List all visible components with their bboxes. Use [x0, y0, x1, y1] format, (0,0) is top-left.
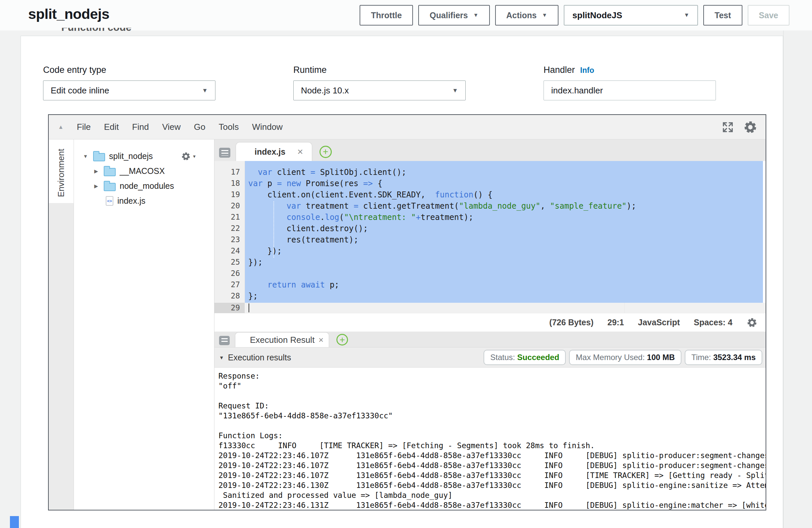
- text-cursor: [249, 304, 249, 312]
- tab-index-js[interactable]: index.js ×: [236, 142, 312, 161]
- collapse-results-icon[interactable]: ▼: [219, 355, 224, 361]
- token-kw: =: [310, 167, 315, 177]
- menu-go[interactable]: Go: [194, 122, 205, 132]
- code-line-28: };: [245, 292, 766, 303]
- token-str: "sample_feature": [550, 201, 626, 211]
- save-button[interactable]: Save: [748, 5, 789, 26]
- execution-results-header: ▼ Execution results Status: SucceededMax…: [215, 347, 766, 368]
- collapse-menu-icon[interactable]: ▲: [58, 124, 64, 131]
- menubar-right: [722, 120, 766, 134]
- menu-file[interactable]: File: [77, 122, 91, 132]
- chevron-expanded-icon[interactable]: ▼: [82, 153, 89, 159]
- code-entry-type-label: Code entry type: [43, 65, 106, 75]
- token-plain: client.destroy();: [248, 224, 368, 233]
- editor-settings-gear-icon[interactable]: [743, 120, 758, 134]
- tree-item-label: node_modules: [120, 181, 174, 191]
- new-tab-button[interactable]: +: [319, 146, 332, 158]
- log-line: 2019-10-24T22:23:46.130Z 131e865f-6eb4-4…: [218, 480, 766, 490]
- token-kw: function: [435, 190, 474, 200]
- code-lines: var client = SplitObj.client();var p = n…: [245, 167, 766, 313]
- code-line-20: var treatment = client.getTreatment("lam…: [245, 201, 766, 212]
- token-plain: client.on(client.Event.SDK_READY,: [248, 190, 435, 200]
- tree-item-label: index.js: [117, 196, 145, 206]
- log-line: 2019-10-24T22:23:46.107Z 131e865f-6eb4-4…: [218, 460, 766, 470]
- tree-item-index-js[interactable]: <>index.js: [74, 193, 214, 208]
- token-kw: log: [325, 212, 339, 222]
- tree-item-label: split_nodejs: [109, 151, 153, 161]
- token-kw: var: [248, 179, 262, 188]
- menu-view[interactable]: View: [162, 122, 180, 132]
- chevron-down-icon: ▼: [473, 12, 479, 18]
- bottom-left-blue-artifact: [10, 516, 19, 528]
- chevron-down-icon: ▼: [452, 87, 458, 94]
- code-line-25: });: [245, 258, 766, 269]
- new-tab-button[interactable]: +: [336, 334, 348, 346]
- line-number: 19: [215, 190, 245, 201]
- line-number: 25: [215, 258, 245, 269]
- throttle-button[interactable]: Throttle: [360, 5, 413, 26]
- code-line-19: client.on(client.Event.SDK_READY, functi…: [245, 190, 766, 201]
- close-tab-icon[interactable]: ×: [297, 146, 303, 157]
- token-plain: p;: [325, 280, 339, 290]
- statusbar-gear-icon[interactable]: [746, 317, 758, 328]
- execution-tabbar: Execution Result × +: [215, 332, 766, 347]
- tab-execution-result[interactable]: Execution Result ×: [235, 332, 329, 347]
- tree-item--macosx[interactable]: ▶__MACOSX: [74, 164, 214, 178]
- badge-value: 100 MB: [647, 353, 675, 362]
- token-plain: res(treatment);: [248, 235, 358, 245]
- syntax-mode[interactable]: JavaScript: [638, 318, 680, 327]
- token-plain: Promise(res: [301, 179, 363, 188]
- tree-item-split-nodejs[interactable]: ▼split_nodejs▾: [74, 149, 214, 164]
- token-plain: client.getTreatment(: [358, 201, 459, 211]
- cursor-position[interactable]: 29:1: [608, 318, 624, 327]
- log-line: 2019-10-24T22:23:46.107Z 131e865f-6eb4-4…: [218, 470, 766, 480]
- token-kw: =>: [363, 179, 373, 188]
- line-number: 17: [215, 167, 245, 179]
- menu-tools[interactable]: Tools: [219, 122, 239, 132]
- token-kw: return: [267, 280, 296, 290]
- badge-time-: Time: 3523.34 ms: [685, 350, 762, 365]
- runtime-select[interactable]: Node.js 10.x ▼: [293, 80, 466, 100]
- menu-edit[interactable]: Edit: [104, 122, 119, 132]
- handler-info-link[interactable]: Info: [580, 66, 594, 75]
- code-line-18: var p = new Promise(res => {: [245, 179, 766, 190]
- line-number: 29: [215, 303, 245, 313]
- tab-list-icon[interactable]: [219, 336, 230, 345]
- menu-find[interactable]: Find: [132, 122, 149, 132]
- log-line: Sanitized and processed value => [lambda…: [218, 490, 766, 500]
- code-line-17: var client = SplitObj.client();: [245, 167, 766, 179]
- tree-item-node-modules[interactable]: ▶node_modules: [74, 178, 214, 193]
- editor-tabbar: index.js × +: [215, 140, 766, 161]
- token-kw: new: [287, 179, 301, 188]
- actions-button[interactable]: Actions ▼: [495, 5, 559, 26]
- execution-results-title: Execution results: [228, 353, 291, 362]
- code-editor-area[interactable]: 17181920212223242526272829 var client = …: [215, 161, 766, 313]
- cloud9-editor: ▲ FileEditFindViewGoToolsWindow Environm…: [48, 114, 766, 511]
- line-number: 27: [215, 280, 245, 292]
- close-tab-icon[interactable]: ×: [319, 335, 323, 345]
- execution-log-pane[interactable]: Response:"off" Request ID:"131e865f-6eb4…: [215, 368, 766, 510]
- token-plain: [282, 179, 286, 188]
- line-number: 22: [215, 224, 245, 235]
- log-line: Function Logs:: [218, 430, 766, 441]
- menu-window[interactable]: Window: [252, 122, 282, 132]
- test-event-select[interactable]: splitNodeJS ▼: [564, 5, 698, 26]
- qualifiers-button[interactable]: Qualifiers ▼: [418, 5, 490, 26]
- code-entry-type-select[interactable]: Edit code inline ▼: [43, 80, 215, 100]
- page-right-gutter: [783, 30, 812, 528]
- handler-input[interactable]: [543, 80, 716, 100]
- token-plain: ,: [540, 201, 550, 211]
- chevron-collapsed-icon[interactable]: ▶: [92, 183, 100, 189]
- tab-list-icon[interactable]: [219, 148, 230, 158]
- fullscreen-icon[interactable]: [722, 121, 734, 133]
- line-number: 18: [215, 179, 245, 190]
- test-button[interactable]: Test: [703, 5, 742, 26]
- token-kw: =: [354, 201, 358, 211]
- badge-value: 3523.34 ms: [713, 353, 756, 362]
- line-number: 26: [215, 269, 245, 280]
- page-title: split_nodejs: [28, 6, 110, 22]
- tree-settings-gear-icon[interactable]: ▾: [181, 151, 195, 161]
- indentation-setting[interactable]: Spaces: 4: [694, 318, 733, 327]
- menu-items: FileEditFindViewGoToolsWindow: [77, 122, 283, 132]
- chevron-collapsed-icon[interactable]: ▶: [92, 168, 100, 174]
